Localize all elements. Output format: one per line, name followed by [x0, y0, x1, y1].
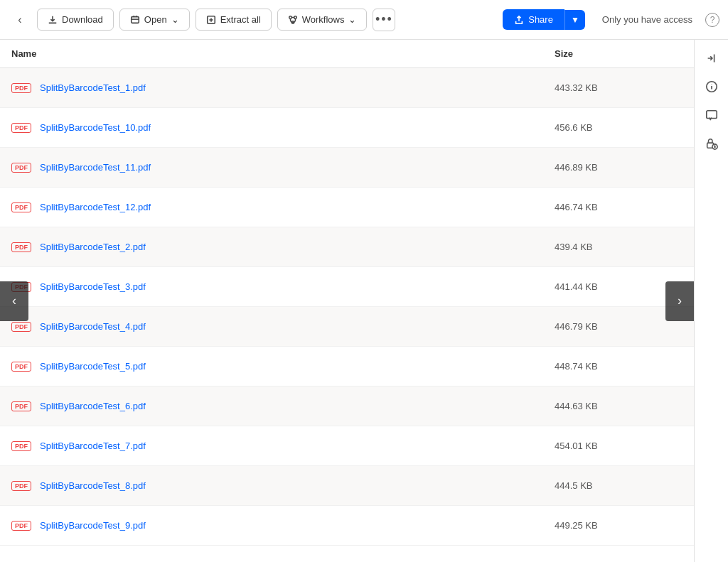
file-name[interactable]: SplitByBarcodeTest_1.pdf [40, 82, 555, 93]
pdf-badge: PDF [11, 202, 31, 212]
pdf-badge: PDF [11, 401, 31, 411]
workflows-button[interactable]: Workflows ⌄ [277, 9, 368, 31]
table-row[interactable]: PDFSplitByBarcodeTest_7.pdf454.01 KB [0, 426, 694, 466]
pdf-badge: PDF [11, 441, 31, 451]
share-button[interactable]: Share [503, 9, 564, 31]
svg-point-2 [289, 16, 291, 19]
more-options-button[interactable]: ••• [373, 9, 395, 31]
file-name[interactable]: SplitByBarcodeTest_12.pdf [40, 202, 555, 212]
extract-all-label: Extract all [220, 14, 261, 25]
pdf-badge: PDF [11, 481, 31, 491]
file-name[interactable]: SplitByBarcodeTest_5.pdf [40, 361, 555, 372]
file-name[interactable]: SplitByBarcodeTest_10.pdf [40, 122, 555, 133]
help-button[interactable]: ? [705, 13, 719, 27]
table-row[interactable]: PDFSplitByBarcodeTest_10.pdf456.6 KB [0, 108, 694, 148]
file-size: 446.89 KB [555, 162, 682, 173]
table-row[interactable]: PDFSplitByBarcodeTest_9.pdf449.25 KB [0, 506, 694, 546]
table-row[interactable]: PDFSplitByBarcodeTest_8.pdf444.5 KB [0, 466, 694, 506]
table-row[interactable]: PDFSplitByBarcodeTest_12.pdf446.74 KB [0, 188, 694, 227]
file-list: PDFSplitByBarcodeTest_1.pdf443.32 KBPDFS… [0, 68, 694, 546]
table-row[interactable]: PDFSplitByBarcodeTest_11.pdf446.89 KB [0, 148, 694, 188]
table-row[interactable]: PDFSplitByBarcodeTest_1.pdf443.32 KB [0, 68, 694, 108]
workflows-chevron-icon: ⌄ [348, 14, 356, 25]
workflows-icon [288, 14, 298, 26]
file-size: 449.25 KB [555, 520, 682, 531]
file-list-area: ‹ › Name Size PDFSplitByBarcodeTest_1.pd… [0, 40, 694, 562]
pdf-badge: PDF [11, 83, 31, 93]
table-row[interactable]: PDFSplitByBarcodeTest_3.pdf441.44 KB [0, 267, 694, 307]
column-size-header: Size [555, 48, 682, 59]
document-lock-button[interactable] [699, 131, 724, 156]
open-chevron-icon: ⌄ [171, 14, 179, 25]
svg-rect-0 [132, 17, 139, 23]
svg-point-3 [294, 16, 296, 19]
main-layout: ‹ › Name Size PDFSplitByBarcodeTest_1.pd… [0, 40, 728, 562]
file-name[interactable]: SplitByBarcodeTest_8.pdf [40, 480, 555, 491]
right-sidebar [694, 40, 728, 562]
file-size: 441.44 KB [555, 281, 682, 292]
back-button[interactable]: ‹ [9, 9, 31, 31]
info-button[interactable] [699, 74, 724, 99]
download-icon [48, 14, 58, 26]
table-header: Name Size [0, 40, 694, 68]
table-row[interactable]: PDFSplitByBarcodeTest_4.pdf446.79 KB [0, 307, 694, 347]
pdf-badge: PDF [11, 362, 31, 372]
file-size: 456.6 KB [555, 122, 682, 133]
share-chevron-icon: ▼ [571, 15, 579, 25]
prev-nav-arrow[interactable]: ‹ [0, 281, 28, 321]
access-text: Only you have access [602, 14, 692, 25]
file-name[interactable]: SplitByBarcodeTest_11.pdf [40, 162, 555, 173]
pdf-badge: PDF [11, 521, 31, 531]
file-size: 454.01 KB [555, 441, 682, 451]
workflows-label: Workflows [302, 14, 345, 25]
pdf-badge: PDF [11, 322, 31, 332]
collapse-panel-button[interactable] [699, 45, 724, 71]
next-nav-arrow[interactable]: › [665, 281, 694, 321]
download-button[interactable]: Download [37, 9, 114, 31]
file-size: 448.74 KB [555, 361, 682, 372]
table-row[interactable]: PDFSplitByBarcodeTest_5.pdf448.74 KB [0, 347, 694, 387]
file-name[interactable]: SplitByBarcodeTest_6.pdf [40, 401, 555, 411]
file-name[interactable]: SplitByBarcodeTest_4.pdf [40, 321, 555, 332]
open-icon [130, 14, 140, 26]
open-label: Open [144, 14, 167, 25]
file-name[interactable]: SplitByBarcodeTest_2.pdf [40, 242, 555, 252]
file-size: 446.74 KB [555, 202, 682, 212]
download-label: Download [62, 14, 103, 25]
share-label: Share [528, 14, 553, 25]
open-button[interactable]: Open ⌄ [119, 9, 190, 31]
file-size: 439.4 KB [555, 242, 682, 252]
svg-point-9 [714, 147, 715, 148]
file-size: 444.63 KB [555, 401, 682, 411]
pdf-badge: PDF [11, 123, 31, 133]
pdf-badge: PDF [11, 242, 31, 252]
file-size: 443.32 KB [555, 82, 682, 93]
share-group: Share ▼ [503, 9, 585, 31]
extract-icon [206, 14, 216, 26]
file-name[interactable]: SplitByBarcodeTest_9.pdf [40, 520, 555, 531]
share-icon [514, 14, 524, 26]
file-size: 444.5 KB [555, 480, 682, 491]
svg-rect-6 [706, 111, 716, 119]
share-dropdown-button[interactable]: ▼ [564, 10, 585, 30]
file-size: 446.79 KB [555, 321, 682, 332]
table-row[interactable]: PDFSplitByBarcodeTest_6.pdf444.63 KB [0, 387, 694, 426]
pdf-badge: PDF [11, 163, 31, 173]
column-name-header: Name [11, 48, 555, 59]
more-icon: ••• [375, 12, 393, 27]
file-name[interactable]: SplitByBarcodeTest_3.pdf [40, 281, 555, 292]
comment-button[interactable] [699, 102, 724, 128]
toolbar: ‹ Download Open ⌄ Extract all [0, 0, 728, 40]
table-row[interactable]: PDFSplitByBarcodeTest_2.pdf439.4 KB [0, 227, 694, 267]
extract-all-button[interactable]: Extract all [196, 9, 272, 31]
file-name[interactable]: SplitByBarcodeTest_7.pdf [40, 441, 555, 451]
